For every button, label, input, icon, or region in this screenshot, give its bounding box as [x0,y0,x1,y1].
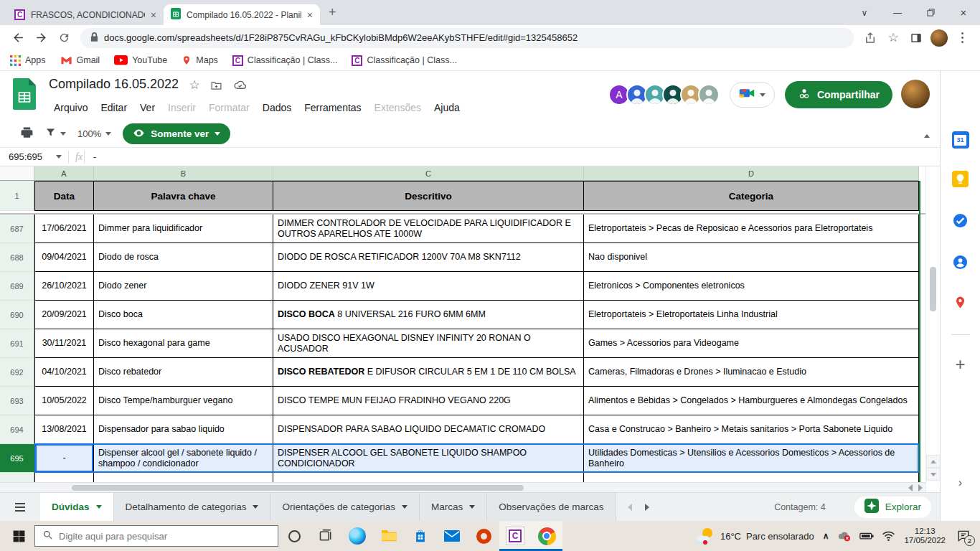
cell-A690[interactable]: 20/09/2021 [34,301,94,329]
bookmark-star-icon[interactable]: ☆ [882,28,904,48]
star-icon[interactable]: ☆ [189,77,200,93]
cell-C692[interactable]: DISCO REBATEDOR E DIFUSOR CIRCULAR 5 EM … [273,358,584,387]
cell-B687[interactable]: Dimmer para liquidificador [94,215,273,243]
taskbar-task-view[interactable] [310,521,341,551]
close-window-button[interactable]: × [947,0,980,25]
close-tab-icon[interactable]: × [307,10,313,20]
notification-center-icon[interactable]: 2 [954,527,973,545]
sheet-tab-marcas[interactable]: Marcas [420,493,487,521]
cell-B694[interactable]: Dispensador para sabao liquido [94,415,273,444]
taskbar-microsoft-store[interactable] [405,521,436,551]
menu-ferramentas[interactable]: Ferramentas [299,100,366,116]
bookmark-gmail[interactable]: Gmail [60,55,100,65]
row-header-696[interactable]: 696 [0,473,34,482]
row-header-690[interactable]: 690 [0,301,34,329]
collapse-toolbar-icon[interactable] [924,128,930,141]
cell-B688[interactable]: Diodo de rosca [94,243,273,272]
row-header-694[interactable]: 694 [0,415,34,444]
row-header-693[interactable]: 693 [0,387,34,415]
cell-D693[interactable]: Alimentos e Bebidas > Congelados > Hambu… [584,387,919,415]
cell-B692[interactable]: Disco rebatedor [94,358,273,387]
header-cell-descritivo[interactable]: Descritivo [273,181,584,211]
chevron-up-icon[interactable]: ∧ [823,531,829,541]
start-button[interactable] [3,521,34,551]
cell-D690[interactable]: Eletroportateis > Eletroportateis Linha … [584,301,919,329]
cell-A692[interactable]: 04/10/2021 [34,358,94,387]
cell-D695[interactable]: Utilidades Domesticas > Utensilios e Ace… [584,444,919,473]
column-header-d[interactable]: D [584,166,919,181]
cell-D691[interactable]: Games > Acessorios para Videogame [584,329,919,358]
column-header-c[interactable]: C [273,166,584,181]
cell-C690[interactable]: DISCO BOCA 8 UNIVERSAL 216 FURO 6MM 6MM [273,301,584,329]
cell-A694[interactable]: 13/08/2021 [34,415,94,444]
sheet-tab-orienta-es-de-categorias[interactable]: Orientações de categorias [270,493,420,521]
cell-C694[interactable]: DISPENSADOR PARA SABAO LIQUIDO DECAMATIC… [273,415,584,444]
vertical-scrollbar-thumb[interactable] [930,267,936,311]
bookmark-youtube[interactable]: YouTube [114,55,167,65]
cell-C696[interactable]: TOTEM DISPENSER DE ALCOOL EM GEL INFANTI… [273,473,584,482]
taskbar-edge[interactable] [341,521,373,551]
chevron-down-icon[interactable] [56,155,62,159]
taskbar-mail[interactable] [436,521,468,551]
cell-B690[interactable]: Disco boca [94,301,273,329]
weather-widget[interactable]: 16°C Parc ensolarado [697,527,814,545]
cell-C688[interactable]: DIODO DE ROSCA RETIFICADOR 1200V 70A M8 … [273,243,584,272]
battery-icon[interactable] [859,532,874,540]
cell-C693[interactable]: DISCO TEMPE MUN FEIJAO FRADINHO VEGANO 2… [273,387,584,415]
taskbar-cortana[interactable] [278,521,310,551]
wifi-icon[interactable] [882,531,895,541]
browser-tab-frascos[interactable]: C FRASCOS, ACONDICIONADOS PA × [7,4,164,25]
sheet-tab-observa-es-de-marcas[interactable]: Observações de marcas [487,493,616,521]
bookmark-maps[interactable]: Maps [182,55,218,65]
expand-side-panel-icon[interactable]: › [958,476,962,489]
tasks-icon[interactable] [952,212,969,232]
column-header-b[interactable]: B [94,166,273,181]
menu-dados[interactable]: Dados [258,100,296,116]
all-sheets-menu-icon[interactable] [0,493,40,521]
side-panel-icon[interactable] [905,28,927,48]
sheet-tab-menu-icon[interactable] [402,505,407,509]
sheet-tab-menu-icon[interactable] [96,505,102,509]
header-cell-palavra-chave[interactable]: Palavra chave [94,181,273,211]
taskbar-file-explorer[interactable] [373,521,405,551]
taskbar-clock[interactable]: 12:13 17/05/2022 [904,527,946,545]
share-button[interactable]: Compartilhar [785,81,892,108]
add-addon-button[interactable]: + [955,357,965,372]
calendar-icon[interactable]: 31 [952,131,969,149]
lock-icon[interactable] [90,32,98,44]
cell-A691[interactable]: 30/11/2021 [34,329,94,358]
reload-button[interactable] [53,28,75,48]
selection-count-status[interactable]: Contagem: 4 [774,502,826,512]
row-header-1[interactable]: 1 [0,181,34,211]
contacts-icon[interactable] [952,254,969,273]
row-header-692[interactable]: 692 [0,358,34,387]
tab-search-icon[interactable]: ∨ [848,0,881,25]
cell-D696[interactable]: Agro industria e comercio > Agro Industr… [584,473,919,482]
onedrive-error-icon[interactable] [837,529,852,542]
vertical-scrollbar[interactable] [925,166,940,492]
cell-D688[interactable]: Nao disponivel [584,243,919,272]
menu-ver[interactable]: Ver [135,100,160,116]
profile-avatar[interactable] [928,28,950,48]
column-header-a[interactable]: A [34,166,94,181]
cell-C695[interactable]: DISPENSER ALCOOL GEL SABONETE LIQUIDO SH… [273,444,584,473]
row-header-695[interactable]: 695 [0,444,34,473]
browser-tab-compilado[interactable]: Compilado 16.05.2022 - Planilhas × [164,4,320,25]
account-avatar[interactable] [901,80,930,108]
cell-A696[interactable]: 04/08/2021 [34,473,94,482]
name-box[interactable]: 695:695 [0,151,56,162]
cell-D689[interactable]: Eletronicos > Componentes eletronicos [584,272,919,301]
sheet-tab-menu-icon[interactable] [469,505,475,509]
scroll-left-icon[interactable] [908,484,913,491]
cell-D687[interactable]: Eletroportateis > Pecas de Reposicao e A… [584,215,919,243]
horizontal-scrollbar[interactable] [0,482,925,492]
row-header-689[interactable]: 689 [0,272,34,301]
header-cell-data[interactable]: Data [34,181,94,211]
new-tab-button[interactable]: + [329,5,336,20]
minimize-button[interactable]: — [881,0,914,25]
row-header-691[interactable]: 691 [0,329,34,358]
taskbar-classificacao-app[interactable]: C [499,521,531,551]
browser-menu-icon[interactable] [951,28,973,48]
search-input[interactable] [59,531,270,542]
back-button[interactable] [7,28,29,48]
